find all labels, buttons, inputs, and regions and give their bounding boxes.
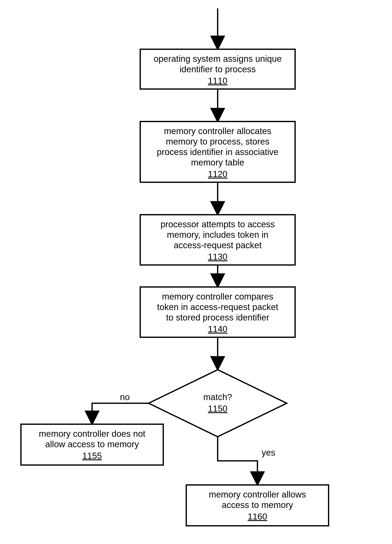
node-1160-ref: 1160 [248,512,267,521]
node-1110-ref: 1110 [208,76,227,86]
node-1140-line3: to stored process identifier [166,313,269,322]
node-1155-line2: allow access to memory [45,439,139,449]
node-1155: memory controller does not allow access … [21,424,163,465]
flowchart: operating system assigns unique identifi… [0,0,392,544]
node-1120-line3: process identifier in associative [157,147,278,157]
node-1160: memory controller allows access to memor… [186,485,329,526]
node-1140-line2: token in access-request packet [157,302,278,312]
node-1120-ref: 1120 [208,169,227,179]
node-1110-line2: identifier to process [179,64,256,74]
node-1130-line3: access-request packet [174,240,262,250]
node-1140-ref: 1140 [208,324,227,334]
node-1140-line1: memory controller compares [162,292,273,302]
node-1150-ref: 1150 [208,404,227,414]
node-1155-ref: 1155 [82,451,102,461]
node-1160-line2: access to memory [222,500,293,510]
node-1155-line1: memory controller does not [39,429,145,439]
node-1120-line2: memory to process, stores [166,136,270,146]
node-1120-line1: memory controller allocates [164,126,271,136]
node-1140: memory controller compares token in acce… [140,287,295,337]
node-1110: operating system assigns unique identifi… [140,49,295,89]
edge-no-label: no [120,392,130,402]
edge-1150-1155: no [92,392,149,423]
svg-marker-4 [149,370,287,437]
node-1130-line2: memory, includes token in [167,230,269,240]
node-1160-line1: memory controller allows [209,490,306,499]
node-1130-ref: 1130 [208,252,227,262]
node-1130: processor attempts to access memory, inc… [140,215,295,265]
node-1150-line1: match? [203,392,232,402]
edge-1150-1160: yes [218,437,275,484]
node-1110-line1: operating system assigns unique [154,54,282,64]
node-1120-line4: memory table [191,158,244,167]
node-1130-line1: processor attempts to access [161,219,275,229]
node-1150: match? 1150 [149,370,287,437]
edge-yes-label: yes [262,448,275,457]
node-1120: memory controller allocates memory to pr… [140,122,295,182]
